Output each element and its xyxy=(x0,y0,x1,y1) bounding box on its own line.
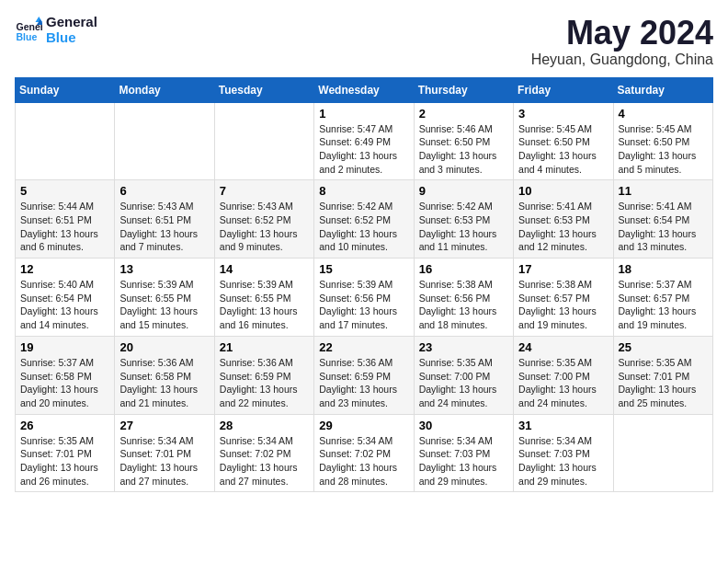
cell-info: Sunrise: 5:35 AM Sunset: 7:00 PM Dayligh… xyxy=(419,356,508,410)
cell-info: Sunrise: 5:47 AM Sunset: 6:49 PM Dayligh… xyxy=(319,122,408,177)
calendar-row-3: 19Sunrise: 5:37 AM Sunset: 6:58 PM Dayli… xyxy=(16,336,713,414)
day-number: 3 xyxy=(518,107,608,121)
header-thursday: Thursday xyxy=(414,77,513,102)
calendar-cell: 20Sunrise: 5:36 AM Sunset: 6:58 PM Dayli… xyxy=(115,336,214,414)
cell-info: Sunrise: 5:36 AM Sunset: 6:59 PM Dayligh… xyxy=(220,356,309,410)
header-tuesday: Tuesday xyxy=(214,77,313,102)
day-number: 2 xyxy=(419,107,508,121)
header-wednesday: Wednesday xyxy=(314,77,414,102)
cell-info: Sunrise: 5:34 AM Sunset: 7:03 PM Dayligh… xyxy=(518,434,608,488)
calendar-cell xyxy=(613,414,712,492)
cell-info: Sunrise: 5:37 AM Sunset: 6:57 PM Dayligh… xyxy=(619,278,708,332)
day-number: 7 xyxy=(220,184,309,198)
calendar-title: May 2024 xyxy=(531,15,713,52)
cell-info: Sunrise: 5:45 AM Sunset: 6:50 PM Dayligh… xyxy=(619,122,708,177)
weekday-header-row: Sunday Monday Tuesday Wednesday Thursday… xyxy=(16,77,713,102)
day-number: 24 xyxy=(518,340,608,354)
calendar-cell: 15Sunrise: 5:39 AM Sunset: 6:56 PM Dayli… xyxy=(314,259,414,337)
calendar-cell xyxy=(16,102,115,180)
cell-info: Sunrise: 5:44 AM Sunset: 6:51 PM Dayligh… xyxy=(20,200,109,254)
day-number: 6 xyxy=(119,184,209,198)
calendar-cell: 31Sunrise: 5:34 AM Sunset: 7:03 PM Dayli… xyxy=(514,414,613,492)
calendar-cell: 11Sunrise: 5:41 AM Sunset: 6:54 PM Dayli… xyxy=(613,180,712,259)
calendar-cell: 14Sunrise: 5:39 AM Sunset: 6:55 PM Dayli… xyxy=(214,259,313,337)
cell-info: Sunrise: 5:41 AM Sunset: 6:54 PM Dayligh… xyxy=(619,200,708,254)
calendar-cell: 7Sunrise: 5:43 AM Sunset: 6:52 PM Daylig… xyxy=(214,180,313,259)
calendar-cell: 13Sunrise: 5:39 AM Sunset: 6:55 PM Dayli… xyxy=(115,259,214,337)
day-number: 30 xyxy=(419,419,508,432)
cell-info: Sunrise: 5:39 AM Sunset: 6:55 PM Dayligh… xyxy=(119,278,209,332)
calendar-cell: 8Sunrise: 5:42 AM Sunset: 6:52 PM Daylig… xyxy=(314,180,414,259)
day-number: 13 xyxy=(119,262,209,276)
logo-icon: General Blue xyxy=(15,17,42,44)
calendar-cell: 24Sunrise: 5:35 AM Sunset: 7:00 PM Dayli… xyxy=(514,336,613,414)
cell-info: Sunrise: 5:36 AM Sunset: 6:58 PM Dayligh… xyxy=(119,356,209,410)
calendar-row-0: 1Sunrise: 5:47 AM Sunset: 6:49 PM Daylig… xyxy=(16,102,713,180)
calendar-cell: 29Sunrise: 5:34 AM Sunset: 7:02 PM Dayli… xyxy=(314,414,414,492)
svg-text:Blue: Blue xyxy=(17,30,38,41)
day-number: 8 xyxy=(319,184,408,198)
day-number: 11 xyxy=(619,184,708,198)
calendar-cell: 3Sunrise: 5:45 AM Sunset: 6:50 PM Daylig… xyxy=(514,102,613,180)
calendar-cell: 1Sunrise: 5:47 AM Sunset: 6:49 PM Daylig… xyxy=(314,102,414,180)
calendar-cell: 2Sunrise: 5:46 AM Sunset: 6:50 PM Daylig… xyxy=(414,102,513,180)
cell-info: Sunrise: 5:35 AM Sunset: 7:00 PM Dayligh… xyxy=(518,356,608,410)
day-number: 17 xyxy=(518,262,608,276)
day-number: 9 xyxy=(419,184,508,198)
calendar-cell xyxy=(115,102,214,180)
calendar-cell: 17Sunrise: 5:38 AM Sunset: 6:57 PM Dayli… xyxy=(514,259,613,337)
calendar-cell: 22Sunrise: 5:36 AM Sunset: 6:59 PM Dayli… xyxy=(314,336,414,414)
calendar-cell: 5Sunrise: 5:44 AM Sunset: 6:51 PM Daylig… xyxy=(16,180,115,259)
header-monday: Monday xyxy=(115,77,214,102)
day-number: 25 xyxy=(619,340,708,354)
day-number: 29 xyxy=(319,419,408,432)
day-number: 20 xyxy=(119,340,209,354)
day-number: 18 xyxy=(619,262,708,276)
cell-info: Sunrise: 5:40 AM Sunset: 6:54 PM Dayligh… xyxy=(20,278,109,332)
cell-info: Sunrise: 5:35 AM Sunset: 7:01 PM Dayligh… xyxy=(20,434,109,488)
calendar-cell xyxy=(214,102,313,180)
cell-info: Sunrise: 5:43 AM Sunset: 6:52 PM Dayligh… xyxy=(220,200,309,254)
calendar-cell: 10Sunrise: 5:41 AM Sunset: 6:53 PM Dayli… xyxy=(514,180,613,259)
header: General Blue General Blue May 2024 Heyua… xyxy=(15,15,713,68)
cell-info: Sunrise: 5:38 AM Sunset: 6:57 PM Dayligh… xyxy=(518,278,608,332)
day-number: 14 xyxy=(220,262,309,276)
cell-info: Sunrise: 5:34 AM Sunset: 7:01 PM Dayligh… xyxy=(119,434,209,488)
cell-info: Sunrise: 5:34 AM Sunset: 7:02 PM Dayligh… xyxy=(319,434,408,488)
day-number: 27 xyxy=(119,419,209,432)
cell-info: Sunrise: 5:46 AM Sunset: 6:50 PM Dayligh… xyxy=(419,122,508,177)
cell-info: Sunrise: 5:41 AM Sunset: 6:53 PM Dayligh… xyxy=(518,200,608,254)
calendar-cell: 30Sunrise: 5:34 AM Sunset: 7:03 PM Dayli… xyxy=(414,414,513,492)
cell-info: Sunrise: 5:34 AM Sunset: 7:03 PM Dayligh… xyxy=(419,434,508,488)
header-sunday: Sunday xyxy=(16,77,115,102)
calendar-cell: 26Sunrise: 5:35 AM Sunset: 7:01 PM Dayli… xyxy=(16,414,115,492)
calendar-cell: 19Sunrise: 5:37 AM Sunset: 6:58 PM Dayli… xyxy=(16,336,115,414)
day-number: 4 xyxy=(619,107,708,121)
calendar-cell: 12Sunrise: 5:40 AM Sunset: 6:54 PM Dayli… xyxy=(16,259,115,337)
cell-info: Sunrise: 5:39 AM Sunset: 6:55 PM Dayligh… xyxy=(220,278,309,332)
calendar-cell: 6Sunrise: 5:43 AM Sunset: 6:51 PM Daylig… xyxy=(115,180,214,259)
day-number: 15 xyxy=(319,262,408,276)
calendar-table: Sunday Monday Tuesday Wednesday Thursday… xyxy=(15,77,713,493)
calendar-subtitle: Heyuan, Guangdong, China xyxy=(531,52,713,68)
day-number: 19 xyxy=(20,340,109,354)
calendar-row-4: 26Sunrise: 5:35 AM Sunset: 7:01 PM Dayli… xyxy=(16,414,713,492)
day-number: 12 xyxy=(20,262,109,276)
day-number: 22 xyxy=(319,340,408,354)
cell-info: Sunrise: 5:36 AM Sunset: 6:59 PM Dayligh… xyxy=(319,356,408,410)
calendar-cell: 21Sunrise: 5:36 AM Sunset: 6:59 PM Dayli… xyxy=(214,336,313,414)
logo: General Blue General Blue xyxy=(15,15,97,45)
cell-info: Sunrise: 5:39 AM Sunset: 6:56 PM Dayligh… xyxy=(319,278,408,332)
day-number: 5 xyxy=(20,184,109,198)
title-area: May 2024 Heyuan, Guangdong, China xyxy=(531,15,713,68)
day-number: 1 xyxy=(319,107,408,121)
cell-info: Sunrise: 5:34 AM Sunset: 7:02 PM Dayligh… xyxy=(220,434,309,488)
day-number: 26 xyxy=(20,419,109,432)
day-number: 31 xyxy=(518,419,608,432)
calendar-cell: 28Sunrise: 5:34 AM Sunset: 7:02 PM Dayli… xyxy=(214,414,313,492)
day-number: 28 xyxy=(220,419,309,432)
cell-info: Sunrise: 5:42 AM Sunset: 6:52 PM Dayligh… xyxy=(319,200,408,254)
cell-info: Sunrise: 5:45 AM Sunset: 6:50 PM Dayligh… xyxy=(518,122,608,177)
calendar-cell: 23Sunrise: 5:35 AM Sunset: 7:00 PM Dayli… xyxy=(414,336,513,414)
cell-info: Sunrise: 5:35 AM Sunset: 7:01 PM Dayligh… xyxy=(619,356,708,410)
